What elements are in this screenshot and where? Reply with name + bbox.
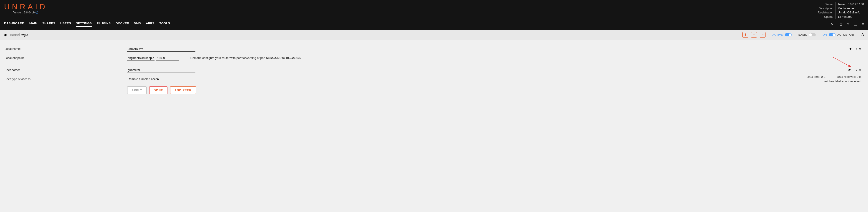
local-name-label: Local name: xyxy=(4,47,127,51)
key-icon[interactable]: ⊸ xyxy=(854,47,857,51)
eye-icon-highlighted[interactable]: 👁 xyxy=(847,68,852,72)
apply-button: APPLY xyxy=(127,86,147,94)
peer-name-label: Peer name: xyxy=(4,68,127,72)
feedback-icon[interactable]: ⊡ xyxy=(840,22,842,26)
uptime-label: Uptime xyxy=(817,15,833,19)
navbar: DASHBOARD MAIN SHARES USERS SETTINGS PLU… xyxy=(0,19,868,30)
local-name-input[interactable] xyxy=(127,46,195,52)
eye-icon[interactable]: 👁 xyxy=(849,47,852,51)
log-icon[interactable]: ≡ xyxy=(862,22,864,26)
version-label: Version: 6.8.0-rc9 ⓘ xyxy=(4,11,47,15)
plus-icon[interactable]: + xyxy=(751,32,757,37)
tunnel-form: Local name: 👁 ⊸ ᐯ Local endpoint: : Rema… xyxy=(0,40,868,99)
server-info: Server Description Registration Uptime T… xyxy=(817,2,864,19)
tunnel-icon: ◉ xyxy=(4,33,7,37)
help-icon[interactable]: ? xyxy=(847,22,849,26)
nav-apps[interactable]: APPS xyxy=(146,22,154,27)
basic-toggle[interactable] xyxy=(809,33,816,36)
reg-value: Unraid OS Basic xyxy=(838,10,864,15)
desc-label: Description xyxy=(817,6,833,10)
nav-users[interactable]: USERS xyxy=(60,22,71,27)
minus-icon[interactable]: − xyxy=(760,32,766,37)
nav-dashboard[interactable]: DASHBOARD xyxy=(4,22,24,27)
uptime-value: 13 minutes xyxy=(838,15,864,19)
desc-value: Media server xyxy=(838,6,864,10)
expand-chevron-icon[interactable]: ᐯ xyxy=(859,47,861,51)
key-icon[interactable]: ⊸ xyxy=(854,68,857,72)
tunnel-panel-header: ◉ Tunnel wg0 ⬇ + − ACTIVE BASIC ON AUTOS… xyxy=(0,30,868,40)
nav-main[interactable]: MAIN xyxy=(29,22,37,27)
server-value: Tower • 10.0.20.130 xyxy=(838,2,864,6)
autostart-toggle[interactable] xyxy=(829,33,836,36)
remark-text: Remark: configure your router with port … xyxy=(190,56,301,60)
active-toggle[interactable] xyxy=(785,33,792,36)
server-label: Server xyxy=(817,2,833,6)
peer-type-label: Peer type of access: xyxy=(4,77,127,81)
svg-line-0 xyxy=(833,57,851,67)
done-button[interactable]: DONE xyxy=(149,86,167,94)
autostart-label: AUTOSTART xyxy=(837,33,855,36)
terminal-icon[interactable]: >_ xyxy=(831,22,835,26)
expand-chevron-icon[interactable]: ᐯ xyxy=(859,68,861,72)
nav-docker[interactable]: DOCKER xyxy=(116,22,129,27)
monitor-icon[interactable]: 🖵 xyxy=(854,22,857,26)
nav-shares[interactable]: SHARES xyxy=(42,22,55,27)
logo-block: UNRAID Version: 6.8.0-rc9 ⓘ xyxy=(4,2,47,15)
nav-tools[interactable]: TOOLS xyxy=(159,22,170,27)
info-icon[interactable]: ⓘ xyxy=(35,11,38,14)
nav-vms[interactable]: VMS xyxy=(134,22,141,27)
local-endpoint-label: Local endpoint: xyxy=(4,56,127,60)
top-header: UNRAID Version: 6.8.0-rc9 ⓘ Server Descr… xyxy=(0,0,868,19)
local-endpoint-host-input[interactable] xyxy=(127,55,155,61)
nav-settings[interactable]: SETTINGS xyxy=(76,22,92,27)
unraid-logo: UNRAID xyxy=(4,2,47,11)
peer-stats: Data sent: 0 B Data received: 0 B Last h… xyxy=(807,75,861,83)
arrow-annotation xyxy=(832,56,855,70)
collapse-chevron-icon[interactable]: ᐱ xyxy=(861,32,864,37)
add-peer-button[interactable]: ADD PEER xyxy=(170,86,196,94)
tunnel-title: Tunnel wg0 xyxy=(9,33,28,36)
basic-label: BASIC xyxy=(799,33,807,36)
local-endpoint-port-input[interactable] xyxy=(156,55,179,61)
on-label: ON xyxy=(823,33,827,36)
nav-plugins[interactable]: PLUGINS xyxy=(97,22,111,27)
peer-type-select[interactable]: Remote tunneled access xyxy=(127,76,159,82)
download-icon[interactable]: ⬇ xyxy=(742,32,748,37)
colon-label: : xyxy=(155,56,155,60)
peer-name-input[interactable] xyxy=(127,67,195,73)
reg-label: Registration xyxy=(817,10,833,15)
active-label: ACTIVE xyxy=(772,33,783,36)
